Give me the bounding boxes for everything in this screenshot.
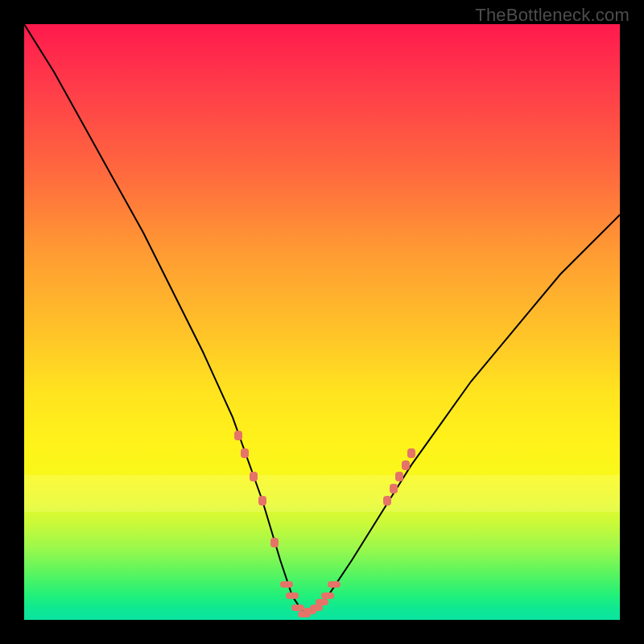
curve-marker — [402, 460, 410, 470]
curve-marker — [258, 496, 266, 506]
curve-marker — [316, 599, 328, 605]
curve-marker — [291, 605, 304, 611]
curve-marker — [383, 496, 391, 506]
curve-marker — [241, 448, 249, 458]
plot-area — [24, 24, 620, 620]
curve-marker — [286, 592, 299, 599]
curve-marker — [407, 448, 415, 458]
chart-frame: TheBottleneck.com — [0, 0, 644, 644]
curve-marker — [270, 538, 279, 547]
curve-marker — [250, 472, 258, 481]
curve-marker — [310, 605, 323, 611]
curve-svg — [24, 24, 620, 620]
attribution-label: TheBottleneck.com — [475, 5, 630, 26]
curve-marker — [390, 484, 398, 493]
curve-marker — [328, 581, 341, 588]
curve-marker — [395, 472, 403, 481]
bottleneck-curve — [24, 24, 620, 614]
curve-marker — [280, 581, 293, 588]
curve-marker — [234, 431, 242, 440]
curve-marker — [321, 592, 334, 599]
